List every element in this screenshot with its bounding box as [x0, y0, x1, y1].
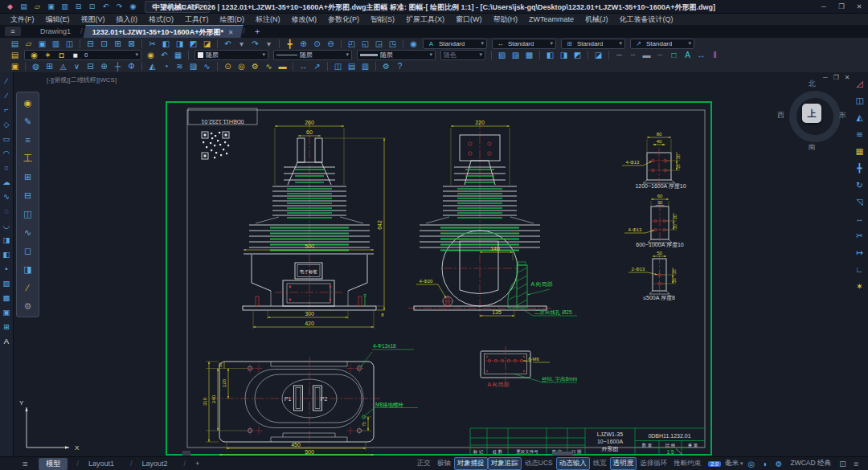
formatbrush-icon[interactable]: ◪ — [202, 39, 212, 49]
hatch-tool[interactable]: ▨ — [2, 279, 11, 288]
layer-on-icon[interactable]: ◉ — [29, 50, 39, 60]
undo-caret-icon[interactable]: ▾ — [236, 39, 247, 49]
mech-partslist-icon[interactable]: ▥ — [360, 61, 371, 72]
circle-tool[interactable]: ○ — [2, 163, 11, 173]
maximize-button[interactable]: ❐ — [833, 2, 850, 10]
mech-centerline-icon[interactable]: ┼ — [113, 61, 123, 72]
mech-spring-icon[interactable]: ∿ — [264, 61, 274, 72]
layer-states-icon[interactable]: ▤ — [10, 50, 20, 60]
redo-icon[interactable]: ↷ — [250, 39, 260, 49]
menu-11[interactable]: 扩展工具(X) — [400, 14, 450, 25]
paste-icon[interactable]: ◨ — [174, 39, 185, 49]
menu-8[interactable]: 修改(M) — [286, 14, 323, 25]
stretch-tool[interactable]: ↔ — [854, 214, 865, 224]
mech-datum-icon[interactable]: ⊕ — [99, 61, 109, 72]
zoom-previous-icon[interactable]: ⊖ — [326, 39, 336, 49]
mtext-tool[interactable]: A — [2, 337, 11, 346]
mech-symmetry-icon[interactable]: ◫ — [333, 61, 343, 72]
layout-tab-add[interactable]: + — [177, 459, 207, 468]
mleader-style-dropdown[interactable]: ↗ Standard — [630, 39, 694, 49]
zoom-window-icon[interactable]: ⊙ — [312, 39, 322, 49]
move-tool[interactable]: ╋ — [854, 163, 865, 174]
visual-style-icon[interactable]: ◲ — [374, 39, 384, 49]
toggle-ducs[interactable]: 动态UCS — [522, 457, 556, 470]
mech-bom-icon[interactable]: ⊞ — [44, 61, 55, 72]
mech-library-icon[interactable]: ▤ — [346, 61, 357, 72]
table-style-dropdown[interactable]: ⊞ Standard — [561, 39, 625, 49]
toggle-transparency[interactable]: 透明度 — [610, 457, 637, 470]
sheet-set-icon[interactable]: ◳ — [387, 39, 398, 49]
qundo-icon[interactable]: ↶ — [100, 2, 111, 12]
region-tool[interactable]: ▣ — [2, 308, 11, 317]
linetype-line-icon[interactable]: ─ — [614, 50, 624, 60]
spline-tool[interactable]: ∿ — [2, 192, 11, 202]
qpreview-icon[interactable]: ⊡ — [87, 2, 97, 12]
linetype-dropdown[interactable]: 随层 — [273, 50, 352, 60]
blocks-tool[interactable]: ⊞ — [22, 171, 35, 182]
hscroll-button[interactable] — [182, 451, 190, 456]
settings-gear-icon[interactable]: ⚙ — [773, 459, 784, 469]
edit-tool[interactable]: ✎ — [22, 116, 35, 127]
cut-icon[interactable]: ✂ — [147, 39, 158, 49]
revcloud-tool[interactable]: ☁ — [2, 178, 11, 187]
toggle-dyn[interactable]: 动态输入 — [556, 457, 590, 470]
toggle-cycling[interactable]: 选择循环 — [637, 457, 670, 470]
saveas-icon[interactable]: ▥ — [51, 39, 61, 49]
menu-3[interactable]: 插入(I) — [111, 14, 144, 25]
mech-gear-icon[interactable]: ⚙ — [250, 61, 260, 72]
redo-caret-icon[interactable]: ▾ — [264, 39, 274, 49]
mech-thread-icon[interactable]: Φ — [126, 61, 137, 72]
mech-hatch-icon[interactable]: ▨ — [188, 61, 199, 72]
plotstyle-dropdown[interactable]: 随色 — [440, 50, 485, 60]
menu-2[interactable]: 视图(V) — [76, 14, 111, 25]
annotation-scale-badge[interactable]: 2.0 — [708, 461, 721, 467]
mech-break-icon[interactable]: ≋ — [174, 61, 185, 72]
copy-tool[interactable]: ◫ — [854, 96, 865, 106]
layout-menu-icon[interactable]: ≡ — [23, 459, 27, 468]
menu-14[interactable]: ZWTeammate — [523, 15, 579, 23]
qprint-icon[interactable]: ⊟ — [73, 2, 84, 12]
preview-icon[interactable]: ⊡ — [99, 39, 109, 49]
erase-tool[interactable]: ◿ — [854, 79, 865, 89]
toggle-otrack[interactable]: 对象追踪 — [488, 457, 522, 470]
layer-thaw-icon[interactable]: ✶ — [43, 50, 53, 60]
arc-tool[interactable]: ◠ — [2, 149, 11, 158]
trim-tool[interactable]: ✂ — [854, 231, 865, 241]
new-tab-button[interactable]: + — [255, 27, 260, 36]
dim-style-dropdown[interactable]: ↔ Standard — [492, 39, 556, 49]
make-block-icon[interactable]: ▨ — [510, 50, 521, 60]
insert-block-icon[interactable]: ▧ — [497, 50, 507, 60]
new-icon[interactable]: ▤ — [10, 39, 20, 49]
workspace-label[interactable]: ZWCAD 经典 — [790, 459, 831, 468]
mech-section-icon[interactable]: ◭ — [147, 61, 158, 72]
toggle-constraints[interactable]: 推断约束 — [670, 457, 704, 470]
drawing-canvas[interactable]: 0DBH11.1232.01 — [0, 72, 868, 456]
unit-dropdown[interactable]: 毫米 — [725, 459, 743, 468]
chat-icon[interactable]: ◗ — [760, 459, 770, 469]
offset-tool[interactable]: ≋ — [854, 129, 865, 140]
named-view-icon[interactable]: ◱ — [360, 39, 371, 49]
undo-icon[interactable]: ↶ — [223, 39, 233, 49]
text-style-icon[interactable]: A — [682, 50, 693, 60]
break-tool[interactable]: ∟ — [854, 264, 865, 275]
menu-1[interactable]: 编辑(E) — [40, 14, 76, 25]
doc-restore-button[interactable]: ❐ — [833, 74, 839, 81]
mech-surface-icon[interactable]: ∨ — [72, 61, 82, 72]
compass-south[interactable]: 南 — [776, 142, 848, 153]
menu-4[interactable]: 格式(O) — [143, 14, 179, 25]
menu-15[interactable]: 机械(J) — [579, 14, 614, 25]
qnew-icon[interactable]: ▤ — [18, 2, 29, 12]
layer-lock-icon[interactable]: ◘ — [56, 50, 67, 60]
layer-color-swatch[interactable]: ■ — [70, 50, 80, 60]
menu-16[interactable]: 化工装备设计(Q) — [614, 14, 679, 25]
layer-manager-icon[interactable]: ▦ — [173, 50, 183, 60]
compass-west[interactable]: 西 — [777, 110, 784, 121]
hscroll-thumb[interactable] — [552, 452, 573, 456]
zoom-realtime-icon[interactable]: ⊕ — [298, 39, 309, 49]
explode-tool[interactable]: ✶ — [854, 281, 865, 292]
mech-settings-icon[interactable]: ⚙ — [381, 61, 391, 72]
doc-minimize-button[interactable]: ─ — [823, 74, 828, 81]
ellipse-arc-tool[interactable]: ◡ — [2, 221, 11, 231]
menu-12[interactable]: 窗口(W) — [450, 14, 488, 25]
list-tool[interactable]: ≡ — [22, 134, 35, 145]
